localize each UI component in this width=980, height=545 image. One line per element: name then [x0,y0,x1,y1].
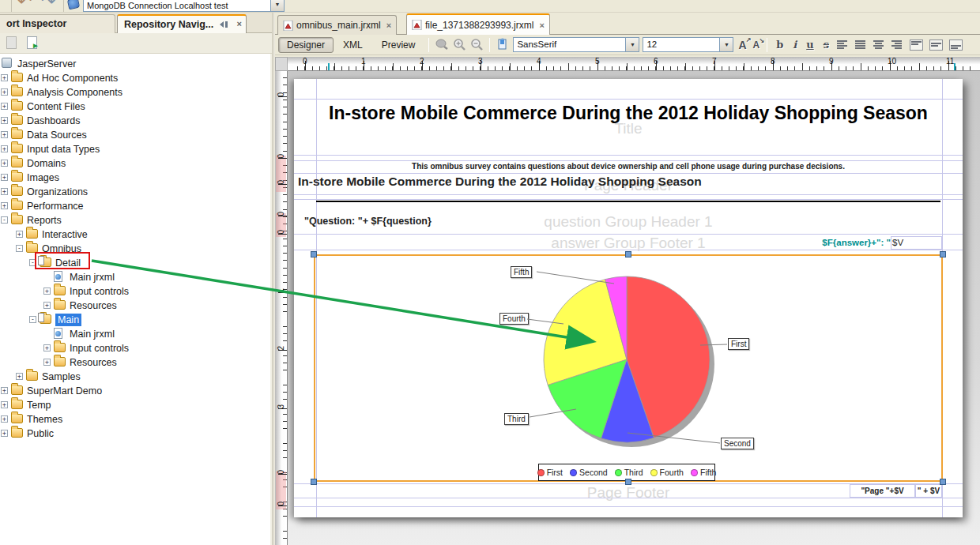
align-justify-icon[interactable] [855,39,867,50]
expand-icon[interactable]: + [16,231,23,238]
separator-line-element[interactable] [316,201,940,202]
expand-icon[interactable]: + [1,430,8,437]
expand-icon[interactable]: + [1,160,8,167]
tree-item-label[interactable]: Analysis Components [27,86,122,99]
expand-icon[interactable]: + [1,387,8,394]
zoom-out-icon[interactable] [469,38,484,51]
expand-icon[interactable]: + [1,131,8,138]
tree-item-supermart-demo[interactable]: +SuperMart Demo [0,384,270,398]
expand-icon[interactable]: + [43,359,51,366]
expand-icon[interactable]: + [1,88,8,96]
expand-icon[interactable]: + [43,302,51,309]
expand-icon[interactable]: + [1,188,8,195]
tab-repository-navigator[interactable]: Repository Navig... × [117,14,247,33]
page-number-field-2[interactable]: " + $V [915,484,942,498]
expand-icon[interactable]: + [1,117,8,124]
tree-item-data-sources[interactable]: +Data Sources [0,128,270,142]
align-left-icon[interactable] [837,39,849,50]
tree-item-temp[interactable]: +Temp [0,398,270,412]
selection-handle[interactable] [940,479,946,485]
doc-tab-file-jrxml[interactable]: file_1371388293993.jrxml × [406,13,550,35]
valign-middle-icon[interactable] [929,39,943,51]
zoom-in-icon[interactable] [452,38,466,51]
tree-item-domains[interactable]: +Domains [0,156,270,171]
tree-item-input-data-types[interactable]: +Input data Types [0,142,270,156]
underline-icon[interactable]: u [806,39,813,51]
expand-icon[interactable]: + [1,401,8,408]
preview-view-button[interactable]: Preview [372,38,425,52]
dock-pin-icon[interactable] [219,21,228,28]
tree-item-label[interactable]: Reports [27,214,62,227]
tree-item-images[interactable]: +Images [0,171,270,185]
close-icon[interactable]: × [237,19,242,29]
format-tools-icon[interactable] [496,38,510,51]
selection-handle[interactable] [625,251,631,257]
tree-item-label[interactable]: Main jrxml [70,271,115,284]
align-center-icon[interactable] [873,39,885,50]
expand-icon[interactable]: + [1,415,8,423]
selection-handle[interactable] [625,479,631,485]
close-icon[interactable]: × [386,21,391,30]
tree-item-jasperserver[interactable]: JasperServer [0,57,270,71]
tree-item-label[interactable]: Input controls [70,342,129,355]
tree-item-label[interactable]: Public [27,427,54,440]
selection-handle[interactable] [311,251,317,257]
strikethrough-icon[interactable]: s [824,39,829,51]
tree-item-label[interactable]: Images [27,171,59,184]
font-family-selector[interactable]: SansSerif ▼ [513,37,639,52]
tree-item-resources[interactable]: +Resources [0,355,270,370]
align-right-icon[interactable] [891,39,903,50]
tree-item-main[interactable]: -Main [0,313,270,327]
selection-handle[interactable] [311,479,317,485]
tree-item-label[interactable]: Dashboards [27,115,80,127]
tree-item-label[interactable]: JasperServer [17,58,76,70]
tree-item-label[interactable]: Resources [70,356,117,369]
decrease-font-icon[interactable]: A↘ [753,39,760,51]
datasource-connection-icon[interactable] [67,0,80,9]
question-expression-field[interactable]: "Question: "+ $F{question} [304,216,432,227]
answer-expression-field[interactable]: $F{answer}+": " [822,238,891,247]
tree-item-label[interactable]: Content Files [27,100,85,113]
expand-icon[interactable]: + [43,288,51,295]
tree-item-label[interactable]: Interactive [42,228,88,241]
tree-item-resources[interactable]: +Resources [0,299,270,313]
valign-bottom-icon[interactable] [949,39,963,51]
tree-item-label[interactable]: Organizations [27,186,88,198]
chevron-down-icon[interactable]: ▼ [719,38,733,51]
tree-item-label[interactable]: Main jrxml [70,328,115,340]
pie-chart[interactable] [536,269,726,458]
collapse-icon[interactable]: - [1,216,8,224]
close-icon[interactable]: × [539,21,544,30]
undo-icon[interactable]: ↶ [17,0,32,10]
tree-item-label[interactable]: Temp [27,399,51,412]
tree-item-label[interactable]: Themes [27,413,62,426]
open-in-editor-icon[interactable]: ► [27,36,37,49]
tree-item-label[interactable]: Input controls [70,285,129,298]
doc-tab-omnibus-main[interactable]: omnibus_main.jrxml × [277,15,397,35]
expand-icon[interactable]: + [1,174,8,181]
answer-value-field[interactable]: $V [891,236,942,250]
expand-icon[interactable]: + [43,344,51,351]
increase-font-icon[interactable]: A↗ [738,39,746,51]
tree-item-label[interactable]: Input data Types [27,143,100,156]
font-size-selector[interactable]: 12 ▼ [643,37,733,52]
refresh-icon[interactable] [6,36,17,49]
tree-item-label[interactable]: Samples [42,370,81,383]
tree-item-interactive[interactable]: +Interactive [0,227,270,242]
chevron-down-icon[interactable]: ▼ [625,38,639,51]
redo-icon[interactable]: ↷ [41,0,55,10]
tree-item-samples[interactable]: +Samples [0,370,270,384]
selection-handle[interactable] [940,251,946,257]
tree-item-dashboards[interactable]: +Dashboards [0,114,270,128]
survey-note-text[interactable]: This omnibus survey contains questions a… [316,162,940,171]
designer-view-button[interactable]: Designer [278,37,334,53]
tree-item-label[interactable]: SuperMart Demo [27,385,102,397]
valign-top-icon[interactable] [910,39,923,51]
tree-item-main-jrxml[interactable]: Main jrxml [0,327,270,341]
italic-icon[interactable]: i [793,39,797,51]
report-title-text[interactable]: In-store Mobile Commerce During the 2012… [316,100,940,126]
tree-item-label[interactable]: Domains [27,157,66,170]
tree-item-label[interactable]: Data Sources [27,129,87,141]
expand-icon[interactable]: + [1,202,8,209]
bold-icon[interactable]: b [776,39,783,51]
